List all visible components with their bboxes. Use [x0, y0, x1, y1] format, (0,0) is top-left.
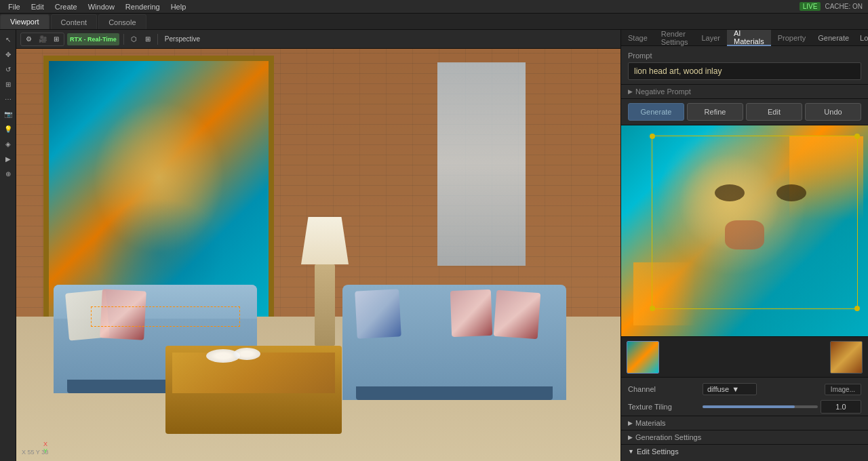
viewport-grid-btn[interactable]: ⊞ — [142, 33, 153, 45]
texture-tiling-fill — [703, 405, 795, 408]
thumbnails-row — [621, 336, 868, 377]
thumbnail-1[interactable] — [627, 341, 659, 374]
edit-settings-section[interactable]: ▼ Edit Settings — [621, 444, 868, 458]
ai-panel: Prompt ▶ Negative Prompt Generate Refine… — [621, 46, 868, 461]
tab-layer[interactable]: Layer — [695, 30, 728, 46]
thumb-img-1 — [627, 342, 658, 373]
btn-generate-header[interactable]: Generate — [812, 31, 854, 45]
channel-dropdown[interactable]: diffuse ▼ — [703, 383, 757, 395]
toolbar-play[interactable]: ▶ — [1, 152, 15, 165]
tab-content[interactable]: Content — [51, 14, 98, 29]
edit-btn[interactable]: Edit — [746, 103, 802, 121]
toolbar-snap[interactable]: ⋯ — [1, 92, 15, 106]
toolbar-extra2[interactable]: ⊕ — [1, 167, 15, 180]
texture-tiling-control — [703, 400, 861, 414]
image-btn[interactable]: Image... — [825, 384, 861, 395]
toolbar-scale[interactable]: ⊞ — [1, 77, 15, 91]
prompt-section: Prompt — [621, 46, 868, 85]
texture-tiling-input[interactable] — [821, 400, 861, 414]
viewport-settings-btn[interactable]: ⚙ — [23, 33, 35, 45]
vp-sep-2 — [157, 34, 158, 45]
right-panel: Stage Render Settings Layer AI Materials… — [620, 30, 868, 461]
viewport-camera-btn[interactable]: 🎥 — [36, 33, 50, 45]
toolbar-rotate[interactable]: ↺ — [1, 62, 15, 76]
menu-edit[interactable]: Edit — [26, 0, 50, 13]
generation-settings-section[interactable]: ▶ Generation Settings — [621, 430, 868, 444]
viewport-toolbar: ⚙ 🎥 ⊞ RTX - Real-Time ⬡ ⊞ Perspective — [16, 30, 620, 49]
coffee-table — [165, 346, 342, 434]
action-buttons: Generate Refine Edit Undo — [621, 99, 868, 125]
menu-bar: File Edit Create Window Rendering Help L… — [0, 0, 868, 14]
materials-section[interactable]: ▶ Materials — [621, 416, 868, 430]
edit-settings-arrow: ▼ — [628, 448, 634, 455]
main-generated-image[interactable] — [621, 125, 868, 336]
lamp-shade — [301, 217, 349, 264]
viewport-container: ⚙ 🎥 ⊞ RTX - Real-Time ⬡ ⊞ Perspective — [16, 30, 620, 461]
viewport-snap-btn[interactable]: ⊞ — [51, 33, 62, 45]
couch-right — [342, 285, 566, 400]
negative-prompt-label: Negative Prompt — [635, 87, 691, 96]
negative-prompt-toggle[interactable]: ▶ Negative Prompt — [621, 85, 868, 99]
viewport-tool-group-1: ⚙ 🎥 ⊞ — [20, 33, 64, 46]
toolbar-select[interactable]: ↖ — [1, 33, 15, 46]
tab-stage[interactable]: Stage — [621, 30, 654, 46]
texture-tiling-slider[interactable] — [703, 405, 818, 408]
generated-image-area — [621, 125, 868, 336]
rtx-mode-btn[interactable]: RTX - Real-Time — [67, 33, 119, 45]
btn-login[interactable]: Login — [854, 31, 868, 45]
window-area — [437, 62, 526, 266]
tab-property[interactable]: Property — [771, 30, 813, 46]
viewport-perspective-btn[interactable]: Perspective — [162, 33, 203, 45]
menu-help[interactable]: Help — [165, 0, 192, 13]
cache-info: CACHE: ON — [825, 3, 863, 10]
main-tab-bar: Viewport Content Console — [0, 14, 868, 30]
lamp-base — [315, 264, 335, 346]
negative-prompt-arrow: ▶ — [628, 88, 633, 95]
tab-console[interactable]: Console — [98, 14, 146, 29]
materials-arrow: ▶ — [628, 420, 633, 426]
thumbnail-end[interactable] — [830, 341, 863, 374]
channel-row: Channel diffuse ▼ Image... — [621, 380, 868, 398]
handle-tl[interactable] — [650, 134, 655, 139]
channel-control: diffuse ▼ — [703, 383, 825, 395]
menu-rendering[interactable]: Rendering — [120, 0, 165, 13]
undo-btn[interactable]: Undo — [805, 103, 861, 121]
generation-settings-arrow: ▶ — [628, 434, 633, 441]
generate-btn[interactable]: Generate — [628, 103, 684, 121]
edit-settings-label: Edit Settings — [637, 447, 679, 456]
bottom-settings: Channel diffuse ▼ Image... Texture Tilin… — [621, 377, 868, 461]
channel-dropdown-arrow: ▼ — [732, 385, 739, 393]
right-tabs: Stage Render Settings Layer AI Materials… — [621, 30, 868, 46]
prompt-label: Prompt — [628, 52, 861, 60]
main-layout: ↖ ✥ ↺ ⊞ ⋯ 📷 💡 ◈ ▶ ⊕ ⚙ 🎥 ⊞ RTX - Real-Tim… — [0, 30, 868, 461]
materials-label: Materials — [635, 419, 666, 427]
live-badge: LIVE — [800, 2, 821, 11]
toolbar-light[interactable]: 💡 — [1, 122, 15, 136]
menu-window[interactable]: Window — [83, 0, 120, 13]
axis-gizmo: X Y — [43, 441, 47, 454]
tab-viewport[interactable]: Viewport — [0, 14, 50, 29]
prompt-input[interactable] — [628, 62, 861, 80]
handle-br[interactable] — [854, 306, 860, 311]
toolbar-camera[interactable]: 📷 — [1, 107, 15, 121]
toolbar-extra1[interactable]: ◈ — [1, 137, 15, 151]
menu-create[interactable]: Create — [50, 0, 83, 13]
tab-render-settings[interactable]: Render Settings — [654, 30, 695, 46]
vp-sep-1 — [123, 34, 124, 45]
toolbar-move[interactable]: ✥ — [1, 47, 15, 61]
viewport-render-btn[interactable]: ⬡ — [128, 33, 140, 45]
texture-tiling-label: Texture Tiling — [628, 403, 703, 411]
texture-tiling-row: Texture Tiling — [621, 398, 868, 416]
channel-value: diffuse — [707, 385, 729, 393]
generation-settings-label: Generation Settings — [635, 433, 701, 441]
viewport-canvas[interactable]: X 55 Y 38 X Y — [16, 49, 620, 461]
channel-label: Channel — [628, 385, 703, 393]
lamp — [308, 217, 342, 353]
menu-file[interactable]: File — [3, 0, 26, 13]
refine-btn[interactable]: Refine — [687, 103, 743, 121]
tab-ai-materials[interactable]: AI Materials — [727, 30, 771, 46]
thumb-img-2 — [831, 342, 862, 373]
left-toolbar: ↖ ✥ ↺ ⊞ ⋯ 📷 💡 ◈ ▶ ⊕ — [0, 30, 16, 461]
